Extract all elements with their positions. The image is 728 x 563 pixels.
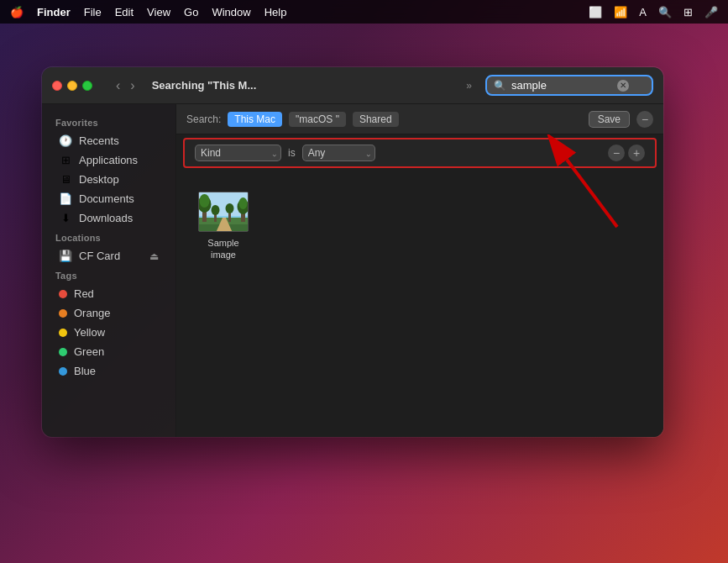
- tag-dot-green: [59, 348, 67, 356]
- menubar-edit[interactable]: Edit: [115, 6, 134, 18]
- documents-icon: 📄: [59, 192, 72, 205]
- minimize-button[interactable]: [67, 81, 77, 91]
- add-filter-button[interactable]: +: [628, 145, 645, 161]
- search-menu-icon[interactable]: 🔍: [658, 6, 672, 18]
- menubar-right-icons: ⬜ 📶 A 🔍 ⊞ 🎤: [589, 6, 718, 18]
- sidebar-label-downloads: Downloads: [79, 212, 133, 224]
- filter-action-buttons: − +: [608, 145, 645, 161]
- kind-select[interactable]: Kind Name Date Modified Date Created Siz…: [195, 145, 281, 161]
- menubar: 🍎 Finder File Edit View Go Window Help ⬜…: [0, 0, 728, 24]
- svg-point-13: [226, 203, 234, 213]
- sidebar-item-applications[interactable]: ⊞ Applications: [45, 150, 172, 170]
- sidebar: Favorites 🕐 Recents ⊞ Applications 🖥 Des…: [42, 104, 176, 437]
- window-icon[interactable]: ⬜: [589, 6, 602, 18]
- sidebar-item-tag-red[interactable]: Red: [45, 284, 172, 303]
- favorites-label: Favorites: [42, 113, 175, 131]
- tag-label-orange: Orange: [74, 307, 110, 319]
- sidebar-item-recents[interactable]: 🕐 Recents: [45, 131, 172, 150]
- recents-icon: 🕐: [59, 134, 72, 147]
- menubar-help[interactable]: Help: [264, 6, 287, 18]
- desktop-icon: 🖥: [59, 173, 72, 186]
- nav-buttons: ‹ ›: [113, 77, 139, 94]
- locations-label: Locations: [42, 228, 175, 246]
- text-icon[interactable]: A: [639, 6, 647, 18]
- sidebar-item-desktop[interactable]: 🖥 Desktop: [45, 170, 172, 189]
- svg-point-8: [200, 194, 210, 208]
- file-label: Sample image: [196, 237, 250, 261]
- control-center-icon[interactable]: ⊞: [683, 6, 693, 18]
- search-input[interactable]: [511, 79, 612, 92]
- any-select[interactable]: Any Image PDF Folder Application Music M…: [302, 145, 375, 161]
- save-search-button[interactable]: Save: [589, 111, 630, 128]
- eject-icon[interactable]: ⏏: [149, 250, 159, 262]
- window-body: Favorites 🕐 Recents ⊞ Applications 🖥 Des…: [42, 104, 663, 437]
- sidebar-item-cfcard[interactable]: 💾 CF Card ⏏: [45, 246, 172, 266]
- sidebar-item-downloads[interactable]: ⬇ Downloads: [45, 208, 172, 228]
- fullscreen-button[interactable]: [82, 81, 92, 91]
- sidebar-label-cfcard: CF Card: [79, 250, 120, 262]
- menubar-file[interactable]: File: [84, 6, 102, 18]
- sidebar-label-recents: Recents: [79, 134, 119, 147]
- search-clear-button[interactable]: ✕: [617, 80, 629, 92]
- any-select-wrapper: Any Image PDF Folder Application Music M…: [302, 145, 375, 161]
- svg-point-11: [239, 197, 248, 209]
- menubar-go[interactable]: Go: [184, 6, 198, 18]
- sidebar-label-applications: Applications: [79, 154, 138, 166]
- is-label: is: [288, 147, 296, 159]
- filter-bar: Kind Name Date Modified Date Created Siz…: [183, 138, 657, 168]
- sidebar-item-tag-orange[interactable]: Orange: [45, 303, 172, 323]
- tag-dot-orange: [59, 309, 67, 318]
- sidebar-item-documents[interactable]: 📄 Documents: [45, 189, 172, 208]
- scope-shared[interactable]: Shared: [353, 112, 399, 127]
- sidebar-item-tag-blue[interactable]: Blue: [45, 361, 172, 381]
- wifi-icon[interactable]: 📶: [614, 6, 627, 18]
- svg-point-15: [212, 205, 220, 215]
- tag-dot-yellow: [59, 329, 67, 337]
- tag-label-green: Green: [74, 345, 104, 358]
- remove-search-button[interactable]: −: [636, 111, 653, 128]
- tag-label-yellow: Yellow: [74, 326, 105, 339]
- forward-button[interactable]: ›: [127, 77, 138, 94]
- finder-window: ‹ › Searching "This M... » 🔍 ✕ Favorites…: [42, 67, 663, 437]
- main-content: Search: This Mac "macOS " Shared Save − …: [176, 104, 663, 437]
- search-bar: 🔍 ✕: [485, 75, 653, 96]
- downloads-icon: ⬇: [59, 212, 72, 224]
- remove-filter-button[interactable]: −: [608, 145, 625, 161]
- cfcard-icon: 💾: [59, 250, 72, 262]
- file-item-sample-image[interactable]: Sample image: [190, 185, 257, 268]
- sidebar-label-documents: Documents: [79, 192, 134, 205]
- kind-select-wrapper: Kind Name Date Modified Date Created Siz…: [195, 145, 281, 161]
- search-label: Search:: [186, 113, 221, 125]
- thumbnail-svg: [199, 192, 249, 232]
- expand-path-button[interactable]: »: [466, 80, 472, 92]
- content-area: Sample image: [176, 171, 663, 437]
- siri-icon[interactable]: 🎤: [704, 6, 718, 18]
- sidebar-item-tag-green[interactable]: Green: [45, 342, 172, 361]
- tag-dot-blue: [59, 367, 67, 376]
- menubar-window[interactable]: Window: [212, 6, 250, 18]
- search-scope-bar: Search: This Mac "macOS " Shared Save −: [176, 104, 663, 134]
- title-bar: ‹ › Searching "This M... » 🔍 ✕: [42, 67, 663, 104]
- apple-menu[interactable]: 🍎: [10, 6, 24, 18]
- scope-this-mac[interactable]: This Mac: [228, 112, 282, 127]
- menubar-view[interactable]: View: [147, 6, 170, 18]
- tag-dot-red: [59, 290, 67, 298]
- close-button[interactable]: [52, 81, 62, 91]
- back-button[interactable]: ‹: [113, 77, 123, 94]
- sidebar-item-tag-yellow[interactable]: Yellow: [45, 323, 172, 342]
- file-thumbnail: [198, 192, 249, 232]
- scope-macos[interactable]: "macOS ": [289, 112, 346, 127]
- traffic-lights: [52, 81, 92, 91]
- tag-label-blue: Blue: [74, 365, 96, 377]
- sidebar-label-desktop: Desktop: [79, 173, 119, 186]
- window-title: Searching "This M...: [152, 79, 460, 92]
- menubar-finder[interactable]: Finder: [37, 6, 71, 18]
- applications-icon: ⊞: [59, 154, 72, 166]
- tag-label-red: Red: [74, 287, 94, 300]
- tags-label: Tags: [42, 266, 175, 284]
- search-icon: 🔍: [494, 80, 506, 92]
